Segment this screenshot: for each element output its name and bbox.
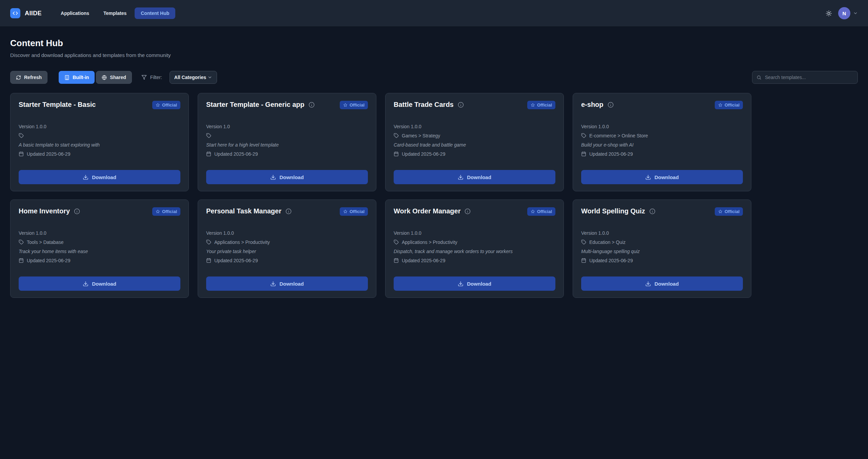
refresh-icon xyxy=(16,75,21,80)
download-button[interactable]: Download xyxy=(19,276,180,291)
search-icon xyxy=(756,75,762,80)
info-icon[interactable] xyxy=(465,208,471,214)
shared-tab-button[interactable]: Shared xyxy=(96,71,132,84)
card-updated-label: Updated 2025-06-29 xyxy=(214,151,258,157)
page-title: Content Hub xyxy=(10,27,858,49)
topbar-right: N xyxy=(826,7,858,19)
tag-icon xyxy=(206,240,211,245)
download-icon xyxy=(83,281,88,287)
search-input[interactable] xyxy=(765,75,853,80)
info-icon[interactable] xyxy=(649,208,655,214)
download-button[interactable]: Download xyxy=(206,276,368,291)
card-title: Home Inventory xyxy=(19,207,70,215)
info-icon[interactable] xyxy=(309,102,315,108)
calendar-icon xyxy=(581,258,586,263)
card-updated: Updated 2025-06-29 xyxy=(19,151,180,157)
download-button[interactable]: Download xyxy=(394,276,555,291)
download-button[interactable]: Download xyxy=(394,170,555,184)
star-icon xyxy=(531,103,535,107)
chevron-down-icon xyxy=(853,11,858,16)
card-description: A basic template to start exploring with xyxy=(19,142,180,148)
card-updated-label: Updated 2025-06-29 xyxy=(589,258,633,263)
template-card: e-shop Official Version 1.0.0 xyxy=(573,93,751,191)
star-icon xyxy=(718,209,723,214)
template-card: Home Inventory Official Version 1.0.0 xyxy=(10,199,189,298)
nav-templates[interactable]: Templates xyxy=(97,7,133,19)
tag-icon xyxy=(19,133,24,138)
card-title: Personal Task Manager xyxy=(206,207,281,215)
refresh-label: Refresh xyxy=(24,75,42,80)
toolbar: Refresh Built-in Shared xyxy=(10,71,858,84)
card-category-label: Tools > Database xyxy=(27,240,64,245)
download-icon xyxy=(270,174,276,180)
calendar-icon xyxy=(394,151,399,156)
download-icon xyxy=(270,281,276,287)
card-updated-label: Updated 2025-06-29 xyxy=(402,151,445,157)
card-version: Version 1.0.0 xyxy=(206,230,368,236)
info-icon[interactable] xyxy=(285,208,292,214)
download-button[interactable]: Download xyxy=(19,170,180,184)
calendar-icon xyxy=(206,258,211,263)
official-badge: Official xyxy=(340,207,368,216)
brand: AIIDE xyxy=(10,8,42,18)
info-icon[interactable] xyxy=(608,102,614,108)
theme-toggle-sun-icon[interactable] xyxy=(826,10,832,17)
download-button[interactable]: Download xyxy=(581,170,743,184)
card-updated: Updated 2025-06-29 xyxy=(19,257,180,263)
card-version: Version 1.0.0 xyxy=(19,123,180,129)
code-logo-icon xyxy=(10,8,20,18)
tag-icon xyxy=(581,133,586,138)
card-description: Dispatch, track and manage work orders t… xyxy=(394,248,555,254)
card-updated-label: Updated 2025-06-29 xyxy=(27,258,70,263)
card-category-label: Applications > Productivity xyxy=(402,240,457,245)
download-button[interactable]: Download xyxy=(206,170,368,184)
card-updated: Updated 2025-06-29 xyxy=(394,151,555,157)
card-version: Version 1.0.0 xyxy=(394,230,555,236)
card-category: Games > Strategy xyxy=(394,133,555,138)
official-badge-label: Official xyxy=(537,209,552,214)
card-category xyxy=(19,133,180,138)
official-badge: Official xyxy=(340,101,368,109)
card-meta: Version 1.0.0 A basic template to start … xyxy=(19,123,180,157)
card-updated: Updated 2025-06-29 xyxy=(206,151,368,157)
refresh-button[interactable]: Refresh xyxy=(10,71,47,84)
card-category-label: Applications > Productivity xyxy=(214,240,270,245)
download-button[interactable]: Download xyxy=(581,276,743,291)
info-icon[interactable] xyxy=(74,208,80,214)
shared-label: Shared xyxy=(110,75,126,80)
card-title: Work Order Manager xyxy=(394,207,460,215)
download-label: Download xyxy=(654,281,679,287)
info-icon[interactable] xyxy=(458,102,464,108)
category-select[interactable]: All Categories xyxy=(170,71,217,84)
card-updated-label: Updated 2025-06-29 xyxy=(402,258,445,263)
card-header: Starter Template - Generic app Official xyxy=(206,101,368,109)
card-version: Version 1.0 xyxy=(206,123,368,129)
card-category-label: E-commerce > Online Store xyxy=(589,133,648,138)
template-card: Starter Template - Basic Official Versio… xyxy=(10,93,189,191)
content-hub-page: Content Hub Discover and download applic… xyxy=(0,27,868,298)
globe-icon xyxy=(102,75,107,80)
card-description: Track your home items with ease xyxy=(19,248,180,254)
star-icon xyxy=(531,209,535,214)
building-icon xyxy=(64,75,70,80)
card-header: Starter Template - Basic Official xyxy=(19,101,180,109)
calendar-icon xyxy=(206,151,211,156)
card-category xyxy=(206,133,368,138)
download-icon xyxy=(458,281,463,287)
tag-icon xyxy=(19,240,24,245)
avatar[interactable]: N xyxy=(838,7,850,19)
card-header: Battle Trade Cards Official xyxy=(394,101,555,109)
card-description: Card-based trade and battle game xyxy=(394,142,555,148)
card-updated: Updated 2025-06-29 xyxy=(394,257,555,263)
card-header: e-shop Official xyxy=(581,101,743,109)
category-selected-value: All Categories xyxy=(174,75,206,80)
user-menu[interactable]: N xyxy=(838,7,858,19)
builtin-tab-button[interactable]: Built-in xyxy=(59,71,95,84)
nav-applications[interactable]: Applications xyxy=(55,7,95,19)
template-card: Work Order Manager Official Version 1.0. xyxy=(385,199,564,298)
card-meta: Version 1.0 Start here for a high level … xyxy=(206,123,368,157)
nav-content-hub[interactable]: Content Hub xyxy=(135,7,175,19)
official-badge-label: Official xyxy=(162,102,177,108)
card-category: Applications > Productivity xyxy=(206,239,368,245)
star-icon xyxy=(718,103,723,107)
